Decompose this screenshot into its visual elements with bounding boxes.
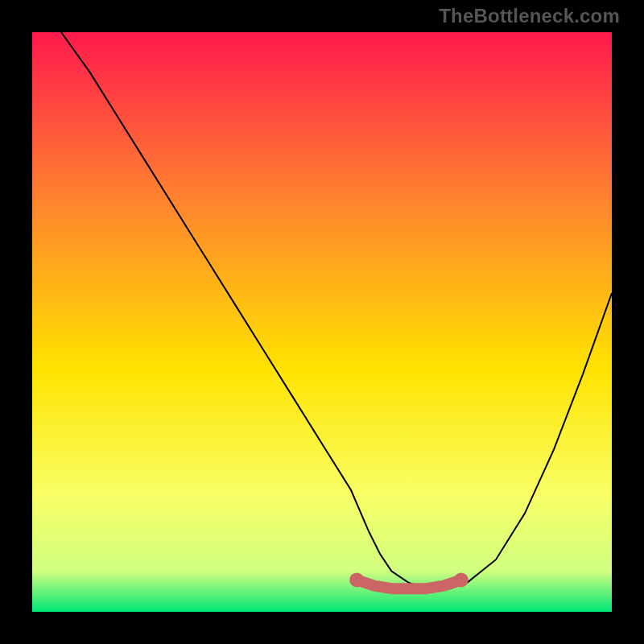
plateau-dot (454, 572, 469, 587)
plateau-dot (349, 572, 364, 587)
watermark-text: TheBottleneck.com (439, 5, 620, 27)
chart-frame: TheBottleneck.com (0, 0, 644, 644)
bottleneck-chart (32, 32, 612, 612)
